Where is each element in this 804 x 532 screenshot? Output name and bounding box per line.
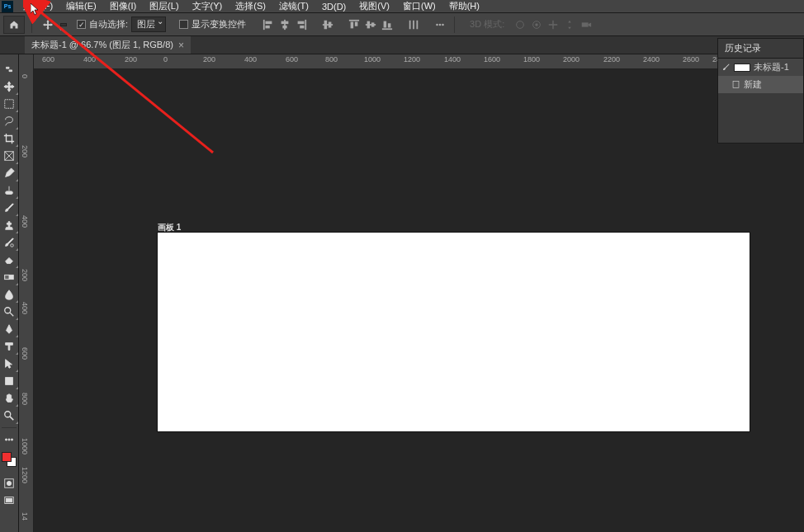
toolbox [0,54,19,532]
artboard[interactable] [158,233,750,431]
canvas-area[interactable]: 画板 1 [34,69,804,532]
history-panel-tab[interactable]: 历史记录 [718,39,803,59]
svg-rect-16 [367,21,371,28]
pen-tool[interactable] [1,321,18,337]
artboard-label[interactable]: 画板 1 [158,222,181,233]
distribute-group [406,17,421,32]
menu-select[interactable]: 选择(S) [229,0,272,12]
svg-rect-33 [6,191,13,195]
path-selection-tool[interactable] [1,355,18,372]
align-center-h-icon[interactable] [277,17,292,32]
v-tick: 1000 [21,438,29,454]
document-tab-label: 未标题-1 @ 66.7% (图层 1, RGB/8) [31,39,173,51]
blur-tool[interactable] [1,286,18,303]
menu-filter[interactable]: 滤镜(T) [272,0,315,12]
quick-mask-icon[interactable] [1,475,18,492]
move-tool[interactable] [1,78,18,95]
align-v-single [320,17,335,32]
move-tool-icon[interactable] [39,16,57,34]
auto-select-checkbox[interactable] [77,20,86,29]
screen-mode-icon[interactable] [1,492,18,509]
home-button[interactable] [3,16,25,34]
menu-window[interactable]: 窗口(W) [396,0,442,12]
close-tab-icon[interactable]: × [178,40,184,51]
foreground-color[interactable] [2,452,12,462]
menu-help[interactable]: 帮助(H) [442,0,486,12]
options-bar: 自动选择: 图层 显示变换控件 3D 模式: [0,13,804,36]
h-tick: 600 [42,55,54,64]
gradient-tool[interactable] [1,269,18,285]
tool-preset-dropdown[interactable] [60,23,67,26]
dodge-tool[interactable] [1,304,18,320]
svg-rect-7 [298,21,305,24]
distribute-icon[interactable] [406,17,421,32]
document-tab[interactable]: 未标题-1 @ 66.7% (图层 1, RGB/8) × [25,36,191,54]
3d-camera-icon[interactable] [580,19,592,31]
svg-point-44 [7,481,11,485]
menu-3d[interactable]: 3D(D) [315,2,352,12]
brush-icon [721,63,731,72]
3d-orbit-icon[interactable] [514,19,526,31]
menu-edit[interactable]: 编辑(E) [59,0,103,12]
svg-rect-1 [266,21,272,24]
h-tick: 2000 [563,55,579,64]
svg-point-29 [536,23,539,26]
h-tick: 200 [125,55,137,64]
svg-point-26 [442,23,444,26]
show-transform-checkbox[interactable] [179,20,188,29]
clone-stamp-tool[interactable] [1,217,18,233]
h-tick: 1200 [404,55,420,64]
v-tick: 600 [21,347,29,360]
menu-layer[interactable]: 图层(L) [143,0,185,12]
crop-tool[interactable] [1,130,18,147]
svg-rect-38 [6,378,13,385]
history-doc-row[interactable]: 未标题-1 [718,59,803,76]
chevrons-icon[interactable] [1,61,18,78]
menu-view[interactable]: 视图(V) [352,0,396,12]
history-panel: 历史记录 未标题-1 新建 [717,38,804,144]
align-top-icon[interactable] [347,17,362,32]
h-tick: 200 [203,55,215,64]
type-tool[interactable] [1,338,18,355]
svg-rect-47 [733,81,739,87]
svg-rect-13 [351,21,354,28]
svg-rect-21 [409,20,411,29]
layer-dropdown[interactable]: 图层 [131,16,166,32]
3d-pan-icon[interactable] [547,19,559,31]
align-left-icon[interactable] [261,17,276,32]
menu-type[interactable]: 文字(Y) [186,0,229,12]
frame-tool[interactable] [1,148,18,164]
history-body [718,93,803,143]
3d-roll-icon[interactable] [531,19,542,31]
eyedropper-tool[interactable] [1,165,18,181]
color-swatches[interactable] [2,452,17,467]
healing-brush-tool[interactable] [1,182,18,199]
align-middle-icon[interactable] [363,17,378,32]
align-v-icon[interactable] [320,17,335,32]
svg-rect-6 [305,19,306,29]
shape-tool[interactable] [1,373,18,389]
svg-point-42 [11,439,12,440]
history-brush-tool[interactable] [1,234,18,251]
history-action-row[interactable]: 新建 [718,76,803,93]
history-thumbnail [734,64,750,72]
edit-toolbar-icon[interactable] [1,431,18,448]
hand-tool[interactable] [1,390,18,407]
separator [454,16,455,33]
3d-icons [514,19,592,31]
h-tick: 800 [325,55,338,64]
3d-slide-icon[interactable] [564,19,575,31]
align-right-icon[interactable] [294,17,309,32]
svg-rect-14 [355,21,358,26]
lasso-tool[interactable] [1,113,18,129]
eraser-tool[interactable] [1,252,18,268]
marquee-tool[interactable] [1,96,18,112]
h-tick: 0 [163,55,168,64]
horizontal-ruler: 600 400 200 0 200 400 600 800 1000 1200 … [34,54,804,69]
align-bottom-icon[interactable] [380,17,395,32]
brush-tool[interactable] [1,200,18,216]
more-options-icon[interactable] [433,17,447,32]
3d-mode-label: 3D 模式: [470,18,504,31]
menu-image[interactable]: 图像(I) [103,0,143,12]
zoom-tool[interactable] [1,407,18,424]
